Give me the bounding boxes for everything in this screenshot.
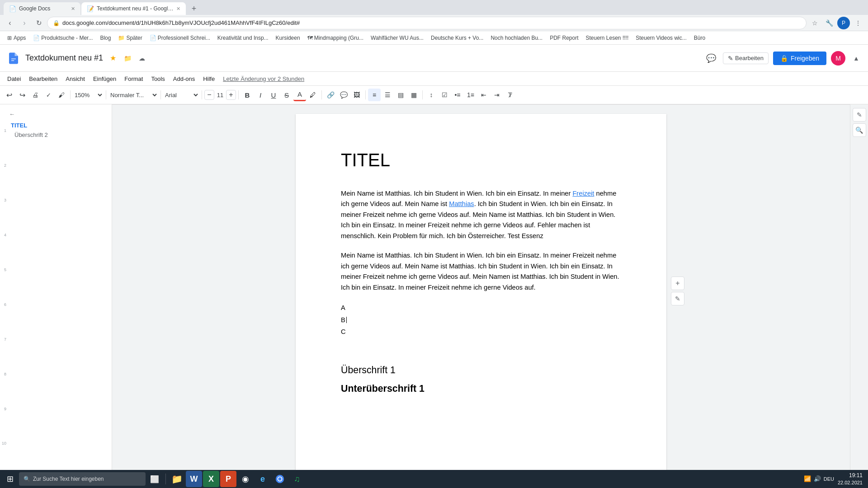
bookmark-13[interactable]: Steuern Videos wic...: [632, 33, 690, 42]
tab-textdokument[interactable]: 📝 Textdokument neu #1 - Google ... ✕: [81, 2, 186, 15]
clear-format-button[interactable]: T̷: [504, 89, 516, 101]
bookmark-9[interactable]: Deutsche Kurs + Vo...: [427, 33, 487, 42]
sidebar-back-button[interactable]: ←: [0, 108, 112, 120]
zoom-select[interactable]: 150%: [73, 89, 104, 101]
user-avatar[interactable]: M: [831, 51, 845, 66]
link-button[interactable]: 🔗: [324, 89, 337, 101]
taskbar-app-chrome[interactable]: [272, 471, 288, 487]
edit-inline-button[interactable]: ✎: [671, 292, 684, 305]
taskbar-app-unknown[interactable]: ◉: [237, 471, 254, 487]
menu-addons[interactable]: Add-ons: [170, 74, 198, 84]
menu-einfuegen[interactable]: Einfügen: [90, 74, 120, 84]
comments-button[interactable]: 💬: [704, 51, 718, 66]
bookmark-7[interactable]: 🗺 Mindmapping (Gru...: [304, 33, 367, 42]
menu-bearbeiten[interactable]: Bearbeiten: [25, 74, 61, 84]
task-view-button[interactable]: ⬜: [146, 471, 163, 487]
bookmark-8[interactable]: Wahlfächer WU Aus...: [367, 33, 427, 42]
expand-icon[interactable]: ▲: [850, 52, 863, 65]
doc-title: Textdokument neu #1: [25, 53, 103, 63]
text-color-button[interactable]: A: [293, 89, 306, 101]
highlight-button[interactable]: 🖊: [307, 89, 319, 101]
font-size-increase[interactable]: +: [226, 90, 236, 100]
profile-icon[interactable]: P: [837, 17, 850, 29]
bold-button[interactable]: B: [241, 89, 254, 101]
tab-close-1[interactable]: ✕: [71, 6, 75, 12]
menu-ansicht[interactable]: Ansicht: [62, 74, 89, 84]
taskbar-search-box[interactable]: 🔍 Zur Suche Text hier eingeben: [19, 472, 146, 486]
align-justify-button[interactable]: ▦: [407, 89, 420, 101]
tab-google-docs[interactable]: 📄 Google Docs ✕: [4, 2, 80, 15]
bearbeiten-button[interactable]: ✎ Bearbeiten: [723, 52, 769, 64]
taskbar-clock[interactable]: 19:11 22.02.2021: [838, 472, 863, 486]
bookmark-2[interactable]: Blog: [96, 33, 114, 42]
font-select[interactable]: Arial: [163, 89, 199, 101]
checklist-button[interactable]: ☑: [438, 89, 451, 101]
cloud-icon[interactable]: ☁: [136, 52, 148, 65]
bookmark-3[interactable]: 📁 Später: [114, 33, 146, 42]
bookmark-1[interactable]: 📄 Produktsuche - Mer...: [29, 33, 96, 42]
paint-format-button[interactable]: 🖌: [55, 89, 68, 101]
bookmark-14[interactable]: Büro: [690, 33, 709, 42]
bookmark-icon[interactable]: ☆: [808, 17, 821, 29]
folder-icon[interactable]: 📁: [121, 52, 134, 65]
back-button[interactable]: ‹: [4, 17, 16, 29]
italic-button[interactable]: I: [254, 89, 267, 101]
align-right-button[interactable]: ▤: [394, 89, 407, 101]
add-comment-button[interactable]: +: [671, 277, 684, 290]
tab-close-2[interactable]: ✕: [176, 6, 180, 12]
indent-less-button[interactable]: ⇤: [477, 89, 490, 101]
underline-button[interactable]: U: [267, 89, 280, 101]
bullet-list-button[interactable]: •≡: [451, 89, 464, 101]
bookmark-5[interactable]: Kreativität und Insp...: [214, 33, 272, 42]
volume-icon[interactable]: 🔊: [814, 475, 821, 482]
menu-hilfe[interactable]: Hilfe: [199, 74, 218, 84]
forward-button[interactable]: ›: [18, 17, 31, 29]
font-size-decrease[interactable]: −: [204, 90, 214, 100]
bookmark-4[interactable]: 📄 Professionell Schrei...: [146, 33, 214, 42]
new-tab-button[interactable]: +: [188, 2, 200, 15]
share-button[interactable]: 🔒 Freigeben: [773, 52, 826, 65]
windows-start-button[interactable]: ⊞: [2, 471, 18, 487]
taskbar-app-spotify[interactable]: ♫: [289, 471, 305, 487]
menu-tools[interactable]: Tools: [147, 74, 168, 84]
menu-icon[interactable]: ⋮: [852, 17, 864, 29]
matthias-link[interactable]: Matthias: [449, 200, 474, 207]
right-panel-icon-2[interactable]: 🔍: [853, 123, 866, 137]
comment-button[interactable]: 💬: [337, 89, 350, 101]
align-left-button[interactable]: ≡: [368, 89, 381, 101]
document-page[interactable]: TITEL Mein Name ist Matthias. Ich bin St…: [296, 114, 666, 470]
indent-more-button[interactable]: ⇥: [491, 89, 503, 101]
file-explorer-taskbar[interactable]: 📁: [169, 471, 185, 487]
bookmark-11[interactable]: PDF Report: [546, 33, 582, 42]
taskbar-app-edge[interactable]: e: [255, 471, 271, 487]
numbered-list-button[interactable]: 1≡: [464, 89, 477, 101]
taskbar-app-word[interactable]: W: [186, 471, 202, 487]
sidebar-outline-subtitle[interactable]: Überschrift 2: [0, 130, 112, 139]
sidebar-outline-title[interactable]: TITEL: [0, 120, 112, 130]
taskbar-app-excel[interactable]: X: [203, 471, 219, 487]
strikethrough-button[interactable]: S: [280, 89, 293, 101]
spellcheck-button[interactable]: ✓: [42, 89, 55, 101]
taskbar-app-ppt[interactable]: P: [220, 471, 236, 487]
bookmark-apps[interactable]: ⊞ Apps: [4, 33, 29, 42]
bookmark-12[interactable]: Steuern Lesen !!!!: [582, 33, 632, 42]
right-panel-icon-1[interactable]: ✎: [853, 108, 866, 122]
last-change-link[interactable]: Letzte Änderung vor 2 Stunden: [223, 75, 304, 82]
extension-icon[interactable]: 🔧: [823, 17, 835, 29]
redo-button[interactable]: ↪: [16, 89, 28, 101]
menu-format[interactable]: Format: [121, 74, 146, 84]
undo-button[interactable]: ↩: [3, 89, 15, 101]
style-select[interactable]: Normaler T...: [108, 89, 158, 101]
bookmark-6[interactable]: Kursideen: [272, 33, 304, 42]
image-button[interactable]: 🖼: [350, 89, 363, 101]
bookmark-10[interactable]: Noch hochladen Bu...: [487, 33, 546, 42]
url-bar[interactable]: 🔒 docs.google.com/document/d/1hUH8k6h7Lb…: [47, 17, 807, 29]
line-spacing-button[interactable]: ↕: [425, 89, 438, 101]
freizeit-link[interactable]: Freizeit: [572, 190, 594, 197]
print-button[interactable]: 🖨: [29, 89, 42, 101]
star-icon[interactable]: ★: [107, 52, 119, 65]
reload-button[interactable]: ↻: [33, 17, 45, 29]
align-center-button[interactable]: ☰: [381, 89, 394, 101]
menu-datei[interactable]: Datei: [4, 74, 24, 84]
network-icon[interactable]: 📶: [804, 475, 811, 482]
